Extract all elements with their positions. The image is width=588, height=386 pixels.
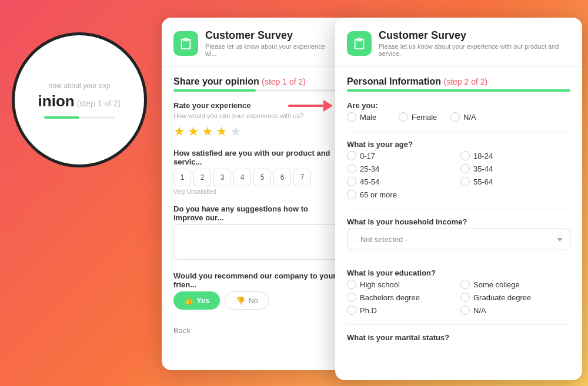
radio-label-graduate: Graduate degree bbox=[473, 293, 531, 302]
radio-edu-phd[interactable]: Ph.D bbox=[347, 306, 457, 315]
thumbs-up-icon: 👍 bbox=[184, 296, 193, 305]
radio-circle-male[interactable] bbox=[347, 112, 356, 122]
circle-zoom-progress-fill bbox=[44, 116, 79, 119]
radio-circle-female[interactable] bbox=[399, 112, 408, 122]
circle-zoom-subtitle: (step 1 of 2) bbox=[77, 99, 121, 108]
radio-circle-highschool[interactable] bbox=[347, 280, 356, 289]
divider-4 bbox=[347, 324, 570, 325]
step2-progress-bar bbox=[347, 89, 570, 92]
step1-header: Customer Survey Please let us know about… bbox=[162, 18, 350, 67]
radio-male[interactable]: Male bbox=[347, 112, 394, 122]
divider-3 bbox=[347, 260, 570, 260]
step1-panel: Customer Survey Please let us know about… bbox=[162, 18, 350, 370]
step-arrow bbox=[288, 100, 333, 112]
step2-section-title: Personal Information (step 2 of 2) bbox=[347, 76, 570, 87]
scale-btn-7[interactable]: 7 bbox=[293, 169, 311, 186]
radio-age-25-34[interactable]: 25-34 bbox=[347, 164, 457, 173]
radio-edu-bachelors[interactable]: Bachelors degree bbox=[347, 293, 457, 302]
scale-btn-5[interactable]: 5 bbox=[253, 169, 271, 186]
scale-sub-label: Very Unsatisfied bbox=[173, 189, 338, 195]
radio-circle-35-44[interactable] bbox=[460, 164, 470, 173]
star-2[interactable]: ★ bbox=[188, 124, 199, 139]
radio-edu-highschool[interactable]: High school bbox=[347, 280, 457, 289]
radio-circle-45-54[interactable] bbox=[347, 177, 356, 186]
no-label: No bbox=[248, 296, 258, 305]
star-3[interactable]: ★ bbox=[202, 124, 213, 139]
radio-circle-25-34[interactable] bbox=[347, 164, 356, 173]
scale-btn-6[interactable]: 6 bbox=[273, 169, 291, 186]
radio-circle-18-24[interactable] bbox=[460, 151, 470, 160]
radio-circle-bachelors[interactable] bbox=[347, 293, 356, 302]
radio-circle-0-17[interactable] bbox=[347, 151, 356, 160]
radio-circle-graduate[interactable] bbox=[460, 293, 470, 302]
star-4[interactable]: ★ bbox=[216, 124, 228, 139]
radio-age-65plus[interactable]: 65 or more bbox=[347, 190, 457, 199]
q-suggestions: Do you have any suggestions how to impro… bbox=[173, 204, 338, 262]
q-income: What is your household income? - Not sel… bbox=[347, 217, 570, 250]
circle-zoom: now about your exp inion (step 1 of 2) bbox=[12, 32, 147, 167]
radio-age-45-54[interactable]: 45-54 bbox=[347, 177, 457, 186]
scale-btn-4[interactable]: 4 bbox=[233, 169, 251, 186]
q-gender-label: Are you: bbox=[347, 101, 570, 110]
q-education-label: What is your education? bbox=[347, 268, 570, 277]
radio-label-somecollege: Some college bbox=[473, 280, 520, 289]
radio-label-na: N/A bbox=[463, 113, 476, 122]
q-satisfied: How satisfied are you with our product a… bbox=[173, 149, 338, 195]
radio-edu-graduate[interactable]: Graduate degree bbox=[460, 293, 570, 302]
step2-icon bbox=[347, 31, 372, 56]
step1-icon bbox=[173, 31, 198, 56]
clipboard-icon bbox=[179, 37, 192, 50]
radio-circle-na[interactable] bbox=[450, 112, 460, 122]
divider-1 bbox=[347, 131, 570, 132]
radio-circle-edu-na[interactable] bbox=[460, 306, 470, 315]
step2-header: Customer Survey Please let us know about… bbox=[335, 18, 582, 67]
scale-btn-1[interactable]: 1 bbox=[173, 169, 191, 186]
q-rate-sub: How would you rate your experience with … bbox=[173, 112, 338, 119]
star-rating[interactable]: ★ ★ ★ ★ ★ bbox=[173, 124, 338, 139]
suggestion-textarea[interactable] bbox=[173, 224, 338, 260]
radio-circle-55-64[interactable] bbox=[460, 177, 470, 186]
step2-subtitle: Please let us know about your experience… bbox=[379, 43, 570, 57]
yes-button[interactable]: 👍 Yes bbox=[173, 291, 220, 310]
star-1[interactable]: ★ bbox=[173, 124, 185, 139]
circle-zoom-title: inion bbox=[38, 92, 75, 110]
scale-buttons: 1 2 3 4 5 6 7 bbox=[173, 169, 338, 186]
radio-label-25-34: 25-34 bbox=[360, 165, 379, 173]
radio-label-female: Female bbox=[412, 113, 437, 122]
no-button[interactable]: 👎 No bbox=[225, 291, 269, 310]
step1-progress-bar bbox=[173, 89, 338, 92]
step2-progress-fill bbox=[347, 89, 570, 92]
step2-header-text: Customer Survey Please let us know about… bbox=[379, 29, 570, 57]
radio-label-65plus: 65 or more bbox=[360, 190, 397, 199]
radio-label-bachelors: Bachelors degree bbox=[360, 293, 420, 302]
radio-label-highschool: High school bbox=[360, 280, 400, 289]
radio-age-18-24[interactable]: 18-24 bbox=[460, 151, 570, 160]
radio-edu-somecollege[interactable]: Some college bbox=[460, 280, 570, 289]
radio-circle-phd[interactable] bbox=[347, 306, 356, 315]
step2-title: Customer Survey bbox=[379, 29, 570, 42]
q-recommend-label: Would you recommend our company to your … bbox=[173, 271, 338, 289]
step2-panel: Customer Survey Please let us know about… bbox=[335, 18, 582, 380]
arrow-line bbox=[288, 105, 323, 107]
radio-age-35-44[interactable]: 35-44 bbox=[460, 164, 570, 173]
radio-female[interactable]: Female bbox=[399, 112, 446, 122]
radio-label-55-64: 55-64 bbox=[473, 177, 493, 186]
radio-circle-65plus[interactable] bbox=[347, 190, 356, 199]
step2-step-label: (step 2 of 2) bbox=[443, 77, 487, 86]
q-marital: What is your marital status? bbox=[347, 333, 570, 342]
education-grid: High school Some college Bachelors degre… bbox=[347, 280, 570, 315]
star-5[interactable]: ★ bbox=[230, 124, 242, 139]
radio-na[interactable]: N/A bbox=[450, 112, 497, 122]
back-button[interactable]: Back bbox=[173, 326, 191, 335]
step1-title: Customer Survey bbox=[205, 29, 338, 42]
radio-circle-somecollege[interactable] bbox=[460, 280, 470, 289]
radio-label-0-17: 0-17 bbox=[360, 152, 375, 160]
scale-btn-2[interactable]: 2 bbox=[193, 169, 211, 186]
clipboard-icon-2 bbox=[353, 37, 366, 50]
step1-progress-fill bbox=[173, 89, 256, 92]
radio-edu-na[interactable]: N/A bbox=[460, 306, 570, 315]
scale-btn-3[interactable]: 3 bbox=[213, 169, 231, 186]
income-dropdown[interactable]: - Not selected - Under $25,000 $25,000 -… bbox=[347, 229, 570, 250]
radio-age-55-64[interactable]: 55-64 bbox=[460, 177, 570, 186]
radio-age-0-17[interactable]: 0-17 bbox=[347, 151, 457, 160]
